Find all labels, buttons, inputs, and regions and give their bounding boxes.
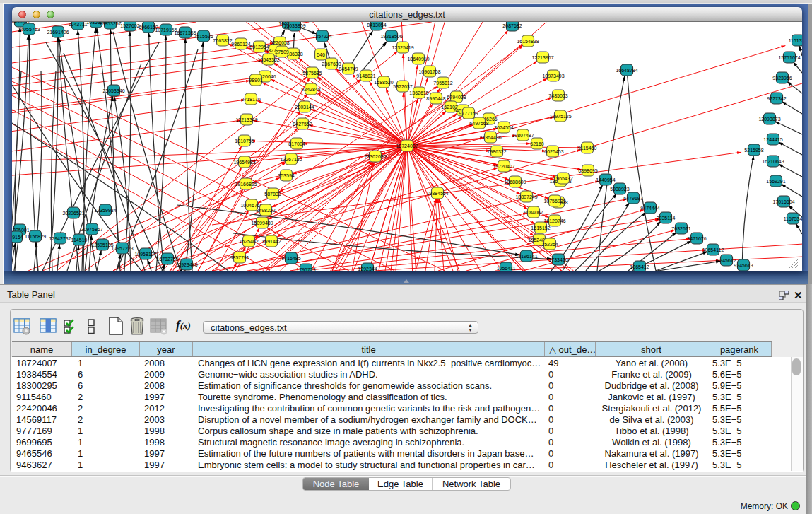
svg-text:9245612: 9245612: [717, 258, 736, 263]
svg-text:9777169: 9777169: [459, 111, 478, 116]
svg-text:1043711: 1043711: [69, 22, 88, 27]
svg-text:12923446: 12923446: [175, 262, 197, 267]
svg-text:7632621: 7632621: [671, 226, 690, 231]
svg-text:7515526: 7515526: [194, 34, 213, 39]
svg-text:753594: 753594: [278, 173, 294, 178]
svg-text:11156829: 11156829: [25, 234, 46, 239]
svg-text:9084067: 9084067: [524, 210, 543, 215]
svg-text:9323966: 9323966: [772, 76, 792, 81]
svg-text:9857791: 9857791: [230, 255, 249, 260]
svg-text:10654112: 10654112: [702, 247, 724, 252]
svg-text:252254: 252254: [541, 242, 558, 247]
svg-text:9115460: 9115460: [578, 146, 597, 151]
svg-text:10807487: 10807487: [512, 133, 534, 138]
svg-text:6898695: 6898695: [578, 168, 597, 173]
svg-text:12093873: 12093873: [758, 117, 780, 122]
svg-text:5322037: 5322037: [393, 84, 412, 89]
svg-text:3624554: 3624554: [494, 125, 513, 130]
svg-text:9860124: 9860124: [231, 42, 250, 47]
svg-text:1810755: 1810755: [235, 139, 254, 144]
svg-text:17957223: 17957223: [111, 246, 133, 251]
svg-text:9245613: 9245613: [734, 263, 753, 268]
svg-text:19654983: 19654983: [233, 160, 255, 165]
svg-text:7986322: 7986322: [487, 149, 506, 154]
svg-text:587833: 587833: [264, 192, 281, 197]
svg-text:10961758: 10961758: [418, 69, 440, 74]
svg-text:12942737: 12942737: [49, 236, 71, 241]
svg-text:12359934: 12359934: [94, 208, 116, 213]
svg-text:9242848: 9242848: [301, 87, 320, 92]
svg-text:114519: 114519: [71, 238, 88, 243]
svg-text:7485003: 7485003: [548, 93, 567, 98]
svg-text:1569291: 1569291: [766, 179, 785, 184]
svg-text:9146821: 9146821: [356, 74, 375, 78]
svg-text:1167534: 1167534: [784, 216, 802, 221]
svg-text:15720407: 15720407: [493, 164, 514, 169]
svg-text:10756929: 10756929: [543, 199, 565, 204]
svg-text:16782759: 16782759: [156, 257, 178, 262]
svg-text:12213349: 12213349: [235, 117, 257, 122]
svg-text:98901: 98901: [249, 78, 263, 83]
svg-text:1440954: 1440954: [596, 177, 615, 182]
svg-text:8454749: 8454749: [339, 66, 358, 71]
svg-text:1362615: 1362615: [409, 90, 428, 95]
svg-text:7625402: 7625402: [239, 239, 258, 244]
svg-text:9227342: 9227342: [767, 96, 786, 101]
svg-text:1056411: 1056411: [497, 266, 516, 271]
svg-text:12213967: 12213967: [531, 55, 553, 60]
svg-text:1588520: 1588520: [374, 80, 393, 85]
svg-text:16154838: 16154838: [517, 39, 539, 44]
svg-text:5938923: 5938923: [610, 187, 629, 192]
svg-text:817004: 817004: [288, 141, 305, 146]
svg-text:8413054: 8413054: [367, 23, 386, 28]
svg-text:9474444: 9474444: [640, 206, 659, 211]
svg-text:1965432: 1965432: [553, 176, 572, 181]
svg-text:23302035: 23302035: [364, 154, 386, 159]
svg-text:5875685: 5875685: [302, 71, 322, 76]
svg-text:6794028: 6794028: [447, 95, 466, 100]
svg-text:1795723: 1795723: [296, 267, 315, 271]
svg-text:62160: 62160: [530, 141, 544, 146]
svg-text:1065412: 1065412: [630, 264, 649, 269]
svg-text:16099489: 16099489: [251, 221, 273, 226]
svg-text:16120746: 16120746: [543, 218, 565, 223]
svg-text:19166825: 19166825: [235, 182, 257, 187]
svg-text:39154: 39154: [12, 235, 23, 240]
svg-text:12975125: 12975125: [549, 114, 571, 119]
svg-text:2367608: 2367608: [322, 62, 341, 66]
svg-text:1691442: 1691442: [261, 239, 281, 244]
svg-text:2087682: 2087682: [502, 23, 522, 28]
svg-text:5215958: 5215958: [744, 148, 763, 153]
svg-text:1527602: 1527602: [120, 23, 139, 28]
svg-text:16671355: 16671355: [174, 30, 196, 35]
svg-text:2935114: 2935114: [657, 216, 676, 221]
svg-text:3498222: 3498222: [256, 208, 275, 213]
svg-text:6497568: 6497568: [469, 121, 488, 126]
svg-text:2803144: 2803144: [295, 105, 314, 110]
svg-text:7663822: 7663822: [213, 38, 232, 43]
svg-text:18724007: 18724007: [396, 144, 418, 148]
svg-text:1292344: 1292344: [358, 267, 377, 271]
svg-text:21691406: 21691406: [47, 30, 69, 35]
svg-text:10973493: 10973493: [542, 74, 564, 78]
svg-text:20206521: 20206521: [62, 211, 84, 216]
svg-text:2718170: 2718170: [241, 97, 260, 102]
svg-text:16648784: 16648784: [616, 68, 637, 73]
svg-text:7357224: 7357224: [312, 34, 331, 39]
svg-text:10046768: 10046768: [240, 203, 262, 208]
svg-text:7955812: 7955812: [433, 81, 452, 86]
svg-text:1615152: 1615152: [531, 226, 550, 230]
svg-text:19384554: 19384554: [426, 191, 448, 196]
svg-text:17016504: 17016504: [772, 199, 794, 204]
svg-text:23053346: 23053346: [102, 88, 124, 93]
svg-text:16543362: 16543362: [257, 57, 279, 62]
svg-text:10958127: 10958127: [134, 252, 156, 257]
svg-text:19218506: 19218506: [380, 34, 402, 39]
svg-text:8427552: 8427552: [293, 122, 312, 127]
svg-text:8990448: 8990448: [426, 96, 445, 101]
svg-text:10853257: 10853257: [99, 22, 121, 26]
svg-text:14196141: 14196141: [515, 254, 537, 259]
svg-text:8471676: 8471676: [687, 236, 706, 241]
svg-text:21364436: 21364436: [479, 135, 501, 140]
svg-text:1733426: 1733426: [548, 257, 567, 262]
